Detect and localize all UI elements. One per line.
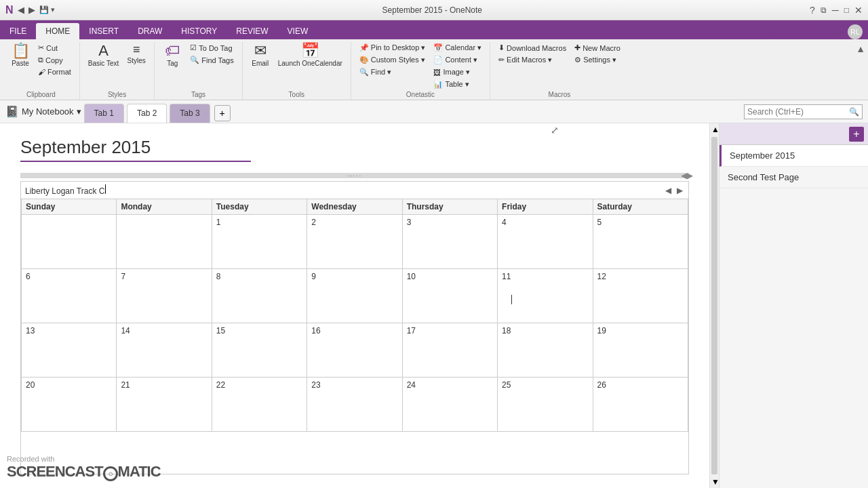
custom-styles-button[interactable]: 🎨Custom Styles ▾ — [357, 54, 429, 66]
side-resize-handle[interactable]: ◀▶ — [681, 171, 693, 180]
main-layout: ⤢ September 2015 ··· ◀▶ Liberty Logan Tr… — [0, 123, 868, 488]
calendar-cell[interactable]: 13 — [22, 323, 117, 378]
add-page-tab-button[interactable]: + — [214, 105, 231, 121]
onetastic-calendar-button[interactable]: 📅Calendar ▾ — [431, 42, 484, 54]
tag-button[interactable]: 🏷 Tag — [160, 42, 184, 68]
sidebar-page-second-test[interactable]: Second Test Page — [719, 167, 868, 188]
tab-view[interactable]: VIEW — [278, 23, 318, 39]
find-button[interactable]: 🔍Find ▾ — [357, 66, 429, 78]
calendar-cell[interactable]: 12 — [593, 269, 688, 323]
calendar-cell[interactable]: 7 — [117, 269, 212, 323]
page-tab-2[interactable]: Tab 2 — [127, 104, 167, 123]
tab-review[interactable]: REVIEW — [226, 23, 277, 39]
new-macro-button[interactable]: ✚New Macro — [572, 42, 623, 54]
user-dropdown-icon[interactable]: ▾ — [840, 27, 844, 37]
macros-label: Macros — [549, 91, 571, 100]
calendar-prev-btn[interactable]: ◀ — [664, 186, 673, 195]
search-icon[interactable]: 🔍 — [849, 107, 859, 117]
scroll-up-btn[interactable]: ▲ — [710, 123, 719, 136]
calendar-cell[interactable]: 3 — [402, 215, 497, 269]
calendar-cell[interactable]: 22 — [212, 378, 307, 432]
calendar-cell[interactable]: 4 — [498, 215, 593, 269]
ribbon-group-tags: 🏷 Tag ☑To Do Tag 🔍Find Tags Tags — [155, 42, 243, 100]
day-number: 21 — [121, 380, 130, 390]
tab-history[interactable]: HISTORY — [172, 23, 226, 39]
calendar-cell[interactable]: 19 — [593, 323, 688, 378]
image-button[interactable]: 🖼Image ▾ — [431, 66, 484, 78]
user-avatar: RL — [848, 24, 863, 39]
calendar-cell[interactable]: 16 — [307, 323, 402, 378]
calendar-resize-bar[interactable]: ··· — [20, 173, 689, 178]
calendar-cell[interactable]: 21 — [117, 378, 212, 432]
table-button[interactable]: 📊Table ▾ — [431, 79, 484, 90]
content-button[interactable]: 📄Content ▾ — [431, 54, 484, 66]
tab-home[interactable]: HOME — [36, 23, 79, 39]
calendar-cell[interactable]: 23 — [307, 378, 402, 432]
calendar-cell[interactable]: 10 — [402, 269, 497, 323]
settings-button[interactable]: ⚙Settings ▾ — [572, 54, 623, 66]
restore-down-btn[interactable]: ⧉ — [821, 5, 827, 15]
tab-file[interactable]: FILE — [0, 23, 36, 39]
vertical-scrollbar[interactable]: ▲ ▼ — [709, 123, 719, 488]
find-tags-button[interactable]: 🔍Find Tags — [187, 54, 237, 66]
paste-button[interactable]: 📋 Paste — [8, 42, 33, 68]
search-input[interactable] — [747, 107, 849, 117]
day-number: 3 — [407, 218, 412, 227]
edit-macros-button[interactable]: ✏Edit Macros ▾ — [496, 54, 569, 66]
nav-forward-btn[interactable]: ▶ — [28, 5, 35, 15]
day-number: 2 — [311, 218, 316, 227]
help-btn[interactable]: ? — [810, 5, 815, 16]
tab-draw[interactable]: DRAW — [128, 23, 172, 39]
close-btn[interactable]: ✕ — [854, 5, 863, 16]
nav-back-btn[interactable]: ◀ — [18, 5, 24, 15]
calendar-cell[interactable]: 5 — [593, 215, 688, 269]
page-tab-3[interactable]: Tab 3 — [170, 104, 210, 123]
format-painter-button[interactable]: 🖌Format — [35, 66, 74, 77]
scroll-down-btn[interactable]: ▼ — [710, 476, 719, 488]
calendar-cell[interactable]: 25 — [498, 378, 593, 432]
basic-text-button[interactable]: A Basic Text — [85, 42, 121, 68]
calendar-cell[interactable] — [22, 215, 117, 269]
calendar-cell[interactable]: 18 — [498, 323, 593, 378]
calendar-cell[interactable]: 14 — [117, 323, 212, 378]
calendar-cell[interactable]: 2 — [307, 215, 402, 269]
calendar-cell[interactable]: 11 — [498, 269, 593, 323]
scroll-thumb[interactable] — [711, 137, 717, 474]
styles-button[interactable]: ≡ Styles — [124, 42, 149, 66]
calendar-next-btn[interactable]: ▶ — [675, 186, 684, 195]
quick-access[interactable]: 💾 ▾ — [39, 5, 55, 14]
calendar-cell[interactable]: 26 — [593, 378, 688, 432]
day-number: 8 — [216, 272, 221, 281]
calendar-cell[interactable]: 1 — [212, 215, 307, 269]
pin-to-desktop-button[interactable]: 📌Pin to Desktop ▾ — [357, 42, 429, 54]
sidebar-page-september[interactable]: September 2015 — [719, 145, 868, 167]
day-number: 24 — [407, 380, 416, 390]
download-macros-button[interactable]: ⬇Download Macros — [496, 42, 569, 54]
email-button[interactable]: ✉ Email — [248, 42, 273, 68]
minimize-btn[interactable]: ─ — [832, 5, 839, 16]
day-number: 15 — [216, 326, 225, 336]
collapse-ribbon-btn[interactable]: ▲ — [856, 43, 865, 54]
launch-onecalendar-button[interactable]: 📅 Launch OneCalendar — [275, 42, 345, 68]
calendar-cell[interactable]: 6 — [22, 269, 117, 323]
calendar-body: 1234567891011121314151617181920212223242… — [22, 215, 688, 432]
calendar-cell[interactable]: 17 — [402, 323, 497, 378]
calendar-cell[interactable]: 9 — [307, 269, 402, 323]
cut-button[interactable]: ✂Cut — [35, 42, 74, 54]
expand-content-btn[interactable]: ⤢ — [551, 125, 559, 136]
calendar-cell[interactable] — [117, 215, 212, 269]
user-name[interactable]: Rachel Shaddy Logan — [757, 27, 837, 37]
calendar-cell[interactable]: 15 — [212, 323, 307, 378]
tab-insert[interactable]: INSERT — [79, 23, 128, 39]
add-page-button[interactable]: + — [849, 127, 864, 142]
notebook-name[interactable]: My Notebook ▾ — [22, 106, 81, 117]
copy-button[interactable]: ⧉Copy — [35, 54, 74, 66]
maximize-btn[interactable]: □ — [844, 5, 849, 15]
to-do-tag-button[interactable]: ☑To Do Tag — [187, 42, 237, 54]
onenote-logo: N — [5, 4, 14, 16]
page-tab-1[interactable]: Tab 1 — [84, 104, 124, 123]
calendar-cell[interactable]: 8 — [212, 269, 307, 323]
calendar-cell[interactable]: 24 — [402, 378, 497, 432]
calendar-cell[interactable]: 20 — [22, 378, 117, 432]
calendar-row: 20212223242526 — [22, 378, 688, 432]
